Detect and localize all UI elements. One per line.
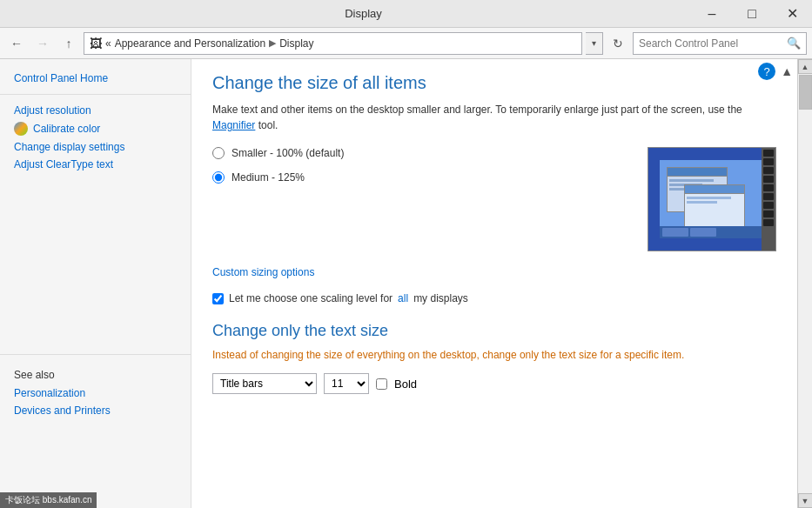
window-controls: – □ ✕ [692, 0, 812, 28]
minimize-button[interactable]: – [692, 0, 732, 28]
checkbox-label-all: all [398, 292, 408, 304]
sidebar-item-calibrate-label: Calibrate color [33, 123, 100, 135]
page-title: Change the size of all items [212, 73, 776, 93]
scroll-thumb[interactable] [799, 75, 812, 110]
preview-window1-title [668, 168, 727, 177]
watermark: 卡饭论坛 bbs.kafan.cn [0, 492, 97, 508]
sidebar-item-display-settings[interactable]: Change display settings [0, 138, 191, 156]
title-bar: Display – □ ✕ [0, 0, 812, 28]
desc-part1: Make text and other items on the desktop… [212, 104, 742, 116]
film-hole5 [763, 184, 774, 191]
scroll-down-button[interactable]: ▼ [798, 493, 813, 508]
globe-icon [14, 122, 28, 136]
address-path: 🖼 « Appearance and Personalization ▶ Dis… [84, 32, 582, 55]
radio-option-smaller: Smaller - 100% (default) [212, 147, 630, 159]
radio-smaller[interactable] [212, 147, 225, 159]
radio-medium-label: Medium - 125% [232, 171, 305, 184]
sidebar-divider1 [0, 94, 191, 95]
radio-options: Smaller - 100% (default) Medium - 125% [212, 147, 630, 196]
content-description: Make text and other items on the desktop… [212, 102, 752, 133]
checkbox-row: Let me choose one scaling level for all … [212, 292, 776, 304]
main-container: Control Panel Home Adjust resolution Cal… [0, 59, 812, 508]
refresh-button[interactable]: ↻ [607, 32, 629, 55]
preview-filmstrip [762, 148, 775, 251]
content-area: ? ▲ Change the size of all items Make te… [191, 59, 797, 508]
film-hole1 [763, 150, 774, 157]
scroll-track [798, 74, 813, 493]
sidebar-item-home[interactable]: Control Panel Home [0, 70, 191, 87]
search-input[interactable] [639, 37, 787, 50]
sidebar-item-devices[interactable]: Devices and Printers [0, 402, 191, 419]
sidebar-item-calibrate[interactable]: Calibrate color [0, 119, 191, 138]
film-hole7 [763, 202, 774, 209]
window-title: Display [35, 7, 692, 20]
sidebar-item-resolution[interactable]: Adjust resolution [0, 102, 191, 119]
film-hole3 [763, 167, 774, 174]
radio-option-medium: Medium - 125% [212, 171, 630, 184]
warning-text: Instead of changing the size of everythi… [212, 347, 752, 363]
help-button[interactable]: ? [758, 63, 775, 80]
display-preview [648, 147, 776, 251]
preview-window2-title [685, 185, 744, 194]
search-icon[interactable]: 🔍 [787, 37, 801, 50]
sidebar: Control Panel Home Adjust resolution Cal… [0, 59, 191, 508]
breadcrumb-part2: Display [279, 37, 313, 50]
forward-button[interactable]: → [31, 32, 54, 55]
bold-checkbox[interactable] [376, 378, 387, 390]
breadcrumb-sep1: « [105, 37, 111, 50]
section2-title: Change only the text size [212, 322, 776, 340]
film-hole2 [763, 158, 774, 165]
bold-label: Bold [394, 378, 417, 391]
custom-sizing-link[interactable]: Custom sizing options [212, 266, 314, 278]
search-box: 🔍 [633, 32, 807, 55]
options-preview-row: Smaller - 100% (default) Medium - 125% [212, 147, 776, 251]
text-size-row: Title bars Menus Message boxes Palette t… [212, 373, 776, 394]
film-hole6 [763, 193, 774, 200]
sidebar-item-cleartype[interactable]: Adjust ClearType text [0, 156, 191, 173]
maximize-button[interactable]: □ [732, 0, 772, 28]
close-button[interactable]: ✕ [772, 0, 812, 28]
font-size-dropdown[interactable]: 678910 11121416 [324, 373, 369, 394]
film-hole8 [763, 211, 774, 217]
breadcrumb-part1: Appearance and Personalization [115, 37, 265, 50]
scaling-checkbox[interactable] [212, 293, 224, 304]
checkbox-label-part2: my displays [413, 292, 468, 304]
magnifier-link[interactable]: Magnifier [212, 119, 255, 131]
scrollbar: ▲ ▼ [797, 59, 812, 508]
scroll-up-button[interactable]: ▲ [798, 59, 813, 74]
checkbox-label-part1: Let me choose one scaling level for [229, 292, 393, 304]
sidebar-item-personalization[interactable]: Personalization [0, 384, 191, 402]
taskbar-btn1 [662, 228, 688, 237]
folder-icon: 🖼 [90, 37, 102, 50]
address-dropdown[interactable]: ▾ [586, 32, 603, 55]
scroll-up-icon[interactable]: ▲ [781, 64, 793, 78]
radio-medium[interactable] [212, 171, 225, 184]
desc-part2: tool. [255, 119, 278, 131]
text-element-dropdown[interactable]: Title bars Menus Message boxes Palette t… [212, 373, 317, 394]
radio-smaller-label: Smaller - 100% (default) [232, 147, 344, 159]
address-bar: ← → ↑ 🖼 « Appearance and Personalization… [0, 28, 812, 59]
back-button[interactable]: ← [5, 32, 28, 55]
film-hole4 [763, 176, 774, 183]
sidebar-divider2 [0, 354, 191, 355]
up-button[interactable]: ↑ [57, 32, 80, 55]
taskbar-btn2 [690, 228, 716, 237]
film-hole9 [763, 219, 774, 226]
see-also-title: See also [0, 362, 191, 384]
preview-inner [660, 160, 764, 238]
preview-taskbar [660, 226, 764, 238]
preview-window2 [684, 184, 745, 230]
breadcrumb-arrow: ▶ [269, 37, 276, 49]
